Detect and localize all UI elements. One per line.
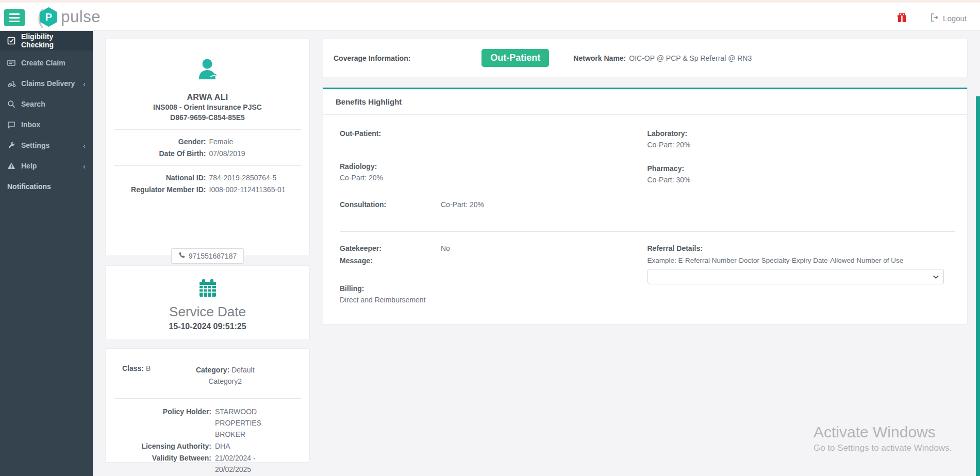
laboratory-label: Laboratory: (647, 129, 955, 138)
sidebar-item-notifications[interactable]: Notifications (0, 176, 93, 197)
sidebar-item-claims-delivery[interactable]: Claims Delivery ‹ (0, 73, 93, 94)
sidebar-item-label: Create Claim (21, 59, 65, 67)
benefits-title: Benefits Highlight (323, 89, 967, 115)
sidebar-item-label: Settings (21, 141, 49, 149)
network-name-label: Network Name: (573, 54, 626, 62)
validity-between-value: 21/02/2024 - 20/02/2025 (215, 452, 289, 475)
dob-value: 07/08/2019 (209, 148, 305, 159)
gender-value: Female (209, 137, 305, 147)
activate-windows-watermark: Activate Windows Go to Settings to activ… (813, 423, 952, 453)
delivery-scooter-icon (7, 79, 16, 88)
sidebar: Eligibility Checking Create Claim Claims… (0, 31, 93, 476)
sidebar-item-label: Search (21, 100, 45, 108)
sidebar-item-eligibility-checking[interactable]: Eligibility Checking (0, 31, 93, 50)
radiology-label: Radiology: (340, 162, 647, 171)
regulator-id-label: Regulator Member ID: (111, 184, 206, 195)
watermark-line1: Activate Windows (813, 423, 952, 441)
out-patient-label: Out-Patient: (340, 129, 647, 138)
class-value: B (146, 364, 151, 372)
licensing-authority-label: Licensing Authority: (106, 440, 211, 452)
class-field: Class: B (122, 364, 151, 387)
coverage-info-label: Coverage Information: (334, 54, 410, 62)
coverage-info-card: Coverage Information: Out-Patient Networ… (323, 39, 968, 77)
logo-wordmark: pulse (61, 8, 101, 26)
chevron-left-icon: ‹ (83, 79, 86, 88)
gatekeeper-value: No (441, 244, 450, 252)
radiology-value: Co-Part: 20% (340, 174, 647, 182)
laboratory-value: Co-Part: 20% (647, 141, 955, 149)
sidebar-item-inbox[interactable]: Inbox (0, 114, 93, 135)
patient-card: ARWA ALI INS008 - Orient Insurance PJSC … (105, 39, 310, 256)
app-logo: ( P pulse (37, 7, 101, 27)
gift-icon[interactable] (897, 13, 907, 24)
vertical-scrollbar-thumb[interactable] (976, 96, 980, 476)
policy-holder-label: Policy Holder: (106, 406, 211, 440)
sidebar-item-settings[interactable]: Settings ‹ (0, 135, 93, 156)
patient-card-number: D867-9659-C854-85E5 (106, 112, 309, 123)
sidebar-item-search[interactable]: Search (0, 94, 93, 114)
regulator-id-value: I008-002-112411365-01 (209, 184, 305, 195)
patient-avatar-icon (106, 57, 309, 87)
network-name-value: OIC-OP @ PCP & Sp Referral @ RN3 (629, 54, 752, 62)
dob-label: Date Of Birth: (111, 148, 206, 159)
search-icon (7, 100, 16, 109)
claim-card-icon (7, 59, 16, 67)
patient-insurer: INS008 - Orient Insurance PJSC (106, 102, 309, 112)
national-id-label: National ID: (111, 173, 206, 183)
class-label: Class: (122, 364, 144, 372)
licensing-authority-value: DHA (215, 440, 289, 452)
calendar-icon (106, 277, 309, 301)
sidebar-item-label: Help (21, 162, 37, 170)
referral-details-label: Referral Details: (647, 244, 955, 252)
gatekeeper-label: Gatekeeper: (340, 244, 441, 252)
chat-bubble-icon (7, 121, 16, 129)
pharmacy-value: Co-Part: 30% (647, 176, 955, 184)
chevron-left-icon: ‹ (83, 162, 86, 171)
wrench-icon (7, 141, 16, 150)
patient-name: ARWA ALI (106, 93, 309, 102)
phone-icon (178, 252, 185, 260)
warning-triangle-icon (7, 162, 16, 171)
pharmacy-label: Pharmacy: (647, 164, 955, 173)
policy-card: Class: B Category: Default Category2 Pol… (105, 348, 310, 463)
validity-between-label: Validity Between: (106, 452, 211, 475)
watermark-line2: Go to Settings to activate Windows. (813, 443, 952, 453)
coverage-type-badge: Out-Patient (481, 49, 549, 67)
national-id-value: 784-2019-2850764-5 (209, 173, 305, 183)
sidebar-item-help[interactable]: Help ‹ (0, 156, 93, 176)
main-content: ARWA ALI INS008 - Orient Insurance PJSC … (93, 31, 980, 476)
policy-holder-value: STARWOOD PROPERTIES BROKER (215, 406, 289, 440)
billing-label: Billing: (340, 284, 647, 293)
category-label: Category: (196, 366, 229, 374)
service-date-value: 15-10-2024 09:51:25 (106, 322, 309, 331)
logout-button[interactable]: Logout (931, 13, 967, 23)
message-label: Message: (340, 257, 647, 265)
logout-label: Logout (943, 14, 967, 23)
hamburger-menu-button[interactable] (4, 9, 25, 26)
service-date-title: Service Date (106, 304, 309, 320)
billing-value: Direct and Reimbursement (340, 296, 647, 304)
logout-icon (931, 13, 939, 23)
sidebar-item-label: Claims Delivery (21, 79, 75, 88)
sidebar-item-label: Eligibility Checking (21, 32, 86, 49)
sidebar-item-create-claim[interactable]: Create Claim (0, 53, 93, 73)
consultation-label: Consultation: (340, 200, 441, 209)
category-field: Category: Default Category2 (182, 364, 268, 387)
phone-number: 971551687187 (189, 252, 237, 260)
sidebar-item-label: Inbox (21, 121, 40, 129)
benefits-card: Benefits Highlight Out-Patient: Radiolog… (323, 88, 968, 325)
consultation-value: Co-Part: 20% (441, 200, 484, 209)
chevron-left-icon: ‹ (83, 141, 86, 150)
topbar: ( P pulse Logout (0, 3, 980, 31)
gender-label: Gender: (111, 137, 206, 147)
referral-select[interactable] (647, 269, 944, 284)
check-square-icon (7, 37, 16, 45)
service-date-card: Service Date 15-10-2024 09:51:25 (105, 265, 310, 340)
phone-chip[interactable]: 971551687187 (171, 248, 244, 264)
referral-hint: Example: E-Referral Number-Doctor Specia… (647, 257, 955, 264)
